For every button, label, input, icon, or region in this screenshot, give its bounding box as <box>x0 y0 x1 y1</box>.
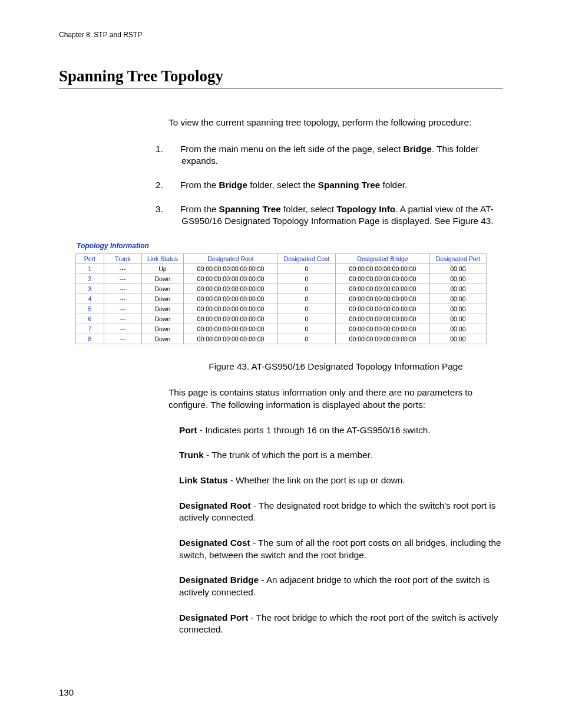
cell-port: 7 <box>76 324 104 334</box>
step-number: 2. <box>168 179 180 192</box>
cell-link: Down <box>141 304 184 314</box>
cell-trunk: --- <box>104 263 141 274</box>
step-2: 2.From the Bridge folder, select the Spa… <box>168 179 503 192</box>
cell-port: 2 <box>76 274 104 284</box>
step-number: 1. <box>168 143 180 156</box>
th-link: Link Status <box>141 253 184 263</box>
topology-table: Port Trunk Link Status Designated Root D… <box>75 253 487 344</box>
step-bold: Spanning Tree <box>219 204 280 214</box>
cell-port: 4 <box>76 294 104 304</box>
cell-cost: 0 <box>277 284 336 294</box>
desc-label: Designated Bridge <box>179 575 259 585</box>
table-row: 5 --- Down 00:00:00:00:00:00:00:00 0 00:… <box>76 304 487 314</box>
table-row: 6 --- Down 00:00:00:00:00:00:00:00 0 00:… <box>76 314 487 324</box>
step-1: 1.From the main menu on the left side of… <box>168 143 503 167</box>
cell-bridge: 00:00:00:00:00:00:00:00 <box>336 314 429 324</box>
cell-trunk: --- <box>104 274 141 284</box>
cell-cost: 0 <box>277 324 336 334</box>
desc-label: Designated Port <box>179 612 248 622</box>
cell-cost: 0 <box>277 263 336 274</box>
cell-root: 00:00:00:00:00:00:00:00 <box>184 334 277 344</box>
cell-dport: 00:00 <box>429 304 486 314</box>
cell-trunk: --- <box>104 334 141 344</box>
cell-trunk: --- <box>104 324 141 334</box>
desc-label: Trunk <box>179 450 204 460</box>
topology-figure: Topology Information Port Trunk Link Sta… <box>75 242 487 344</box>
cell-trunk: --- <box>104 294 141 304</box>
cell-root: 00:00:00:00:00:00:00:00 <box>184 324 277 334</box>
step-text: From the <box>180 180 219 190</box>
cell-link: Up <box>141 263 184 274</box>
cell-root: 00:00:00:00:00:00:00:00 <box>184 294 277 304</box>
desc-port: Port - Indicates ports 1 through 16 on t… <box>168 424 503 437</box>
desc-bridge: Designated Bridge - An adjacent bridge t… <box>168 574 503 598</box>
cell-trunk: --- <box>104 314 141 324</box>
intro-text: To view the current spanning tree topolo… <box>168 117 503 129</box>
cell-link: Down <box>141 274 184 284</box>
cell-dport: 00:00 <box>429 274 486 284</box>
page-number: 130 <box>59 687 74 697</box>
cell-bridge: 00:00:00:00:00:00:00:00 <box>336 294 429 304</box>
step-text: folder. <box>380 180 407 190</box>
table-row: 2 --- Down 00:00:00:00:00:00:00:00 0 00:… <box>76 274 487 284</box>
figure-caption: Figure 43. AT-GS950/16 Designated Topolo… <box>168 361 503 373</box>
step-text: folder, select the <box>247 180 318 190</box>
desc-link: Link Status - Whether the link on the po… <box>168 475 503 487</box>
desc-text: - Indicates ports 1 through 16 on the AT… <box>197 425 431 435</box>
th-root: Designated Root <box>184 253 277 263</box>
cell-bridge: 00:00:00:00:00:00:00:00 <box>336 274 429 284</box>
cell-root: 00:00:00:00:00:00:00:00 <box>184 284 277 294</box>
cell-root: 00:00:00:00:00:00:00:00 <box>184 304 277 314</box>
desc-intro: This page is contains status information… <box>168 387 503 411</box>
cell-root: 00:00:00:00:00:00:00:00 <box>184 263 277 274</box>
table-row: 3 --- Down 00:00:00:00:00:00:00:00 0 00:… <box>76 284 487 294</box>
th-cost: Designated Cost <box>277 253 336 263</box>
cell-bridge: 00:00:00:00:00:00:00:00 <box>336 263 429 274</box>
table-row: 7 --- Down 00:00:00:00:00:00:00:00 0 00:… <box>76 324 487 334</box>
table-header-row: Port Trunk Link Status Designated Root D… <box>76 253 487 263</box>
th-trunk: Trunk <box>104 253 141 263</box>
cell-link: Down <box>141 314 184 324</box>
table-row: 8 --- Down 00:00:00:00:00:00:00:00 0 00:… <box>76 334 487 344</box>
cell-bridge: 00:00:00:00:00:00:00:00 <box>336 334 429 344</box>
step-number: 3. <box>168 203 180 216</box>
table-row: 1 --- Up 00:00:00:00:00:00:00:00 0 00:00… <box>76 263 487 274</box>
step-bold: Spanning Tree <box>318 180 380 190</box>
desc-text: - Whether the link on the port is up or … <box>227 475 405 485</box>
step-text: From the <box>180 204 219 214</box>
cell-port: 1 <box>76 263 104 274</box>
step-text: folder, select <box>281 204 336 214</box>
step-bold: Topology Info <box>336 204 395 214</box>
cell-cost: 0 <box>277 334 336 344</box>
cell-link: Down <box>141 294 184 304</box>
desc-label: Designated Cost <box>179 538 250 548</box>
th-dport: Designated Port <box>429 253 486 263</box>
step-text: From the main menu on the left side of t… <box>180 144 403 154</box>
cell-bridge: 00:00:00:00:00:00:00:00 <box>336 304 429 314</box>
figure-title: Topology Information <box>75 242 487 250</box>
cell-port: 8 <box>76 334 104 344</box>
cell-cost: 0 <box>277 294 336 304</box>
cell-root: 00:00:00:00:00:00:00:00 <box>184 274 277 284</box>
desc-label: Port <box>179 425 197 435</box>
chapter-header: Chapter 8: STP and RSTP <box>59 31 503 39</box>
cell-trunk: --- <box>104 304 141 314</box>
cell-bridge: 00:00:00:00:00:00:00:00 <box>336 324 429 334</box>
cell-port: 3 <box>76 284 104 294</box>
cell-cost: 0 <box>277 314 336 324</box>
step-bold: Bridge <box>219 180 247 190</box>
cell-link: Down <box>141 334 184 344</box>
cell-dport: 00:00 <box>429 284 486 294</box>
cell-link: Down <box>141 284 184 294</box>
desc-cost: Designated Cost - The sum of all the roo… <box>168 537 503 561</box>
desc-trunk: Trunk - The trunk of which the port is a… <box>168 449 503 462</box>
step-bold: Bridge <box>403 144 431 154</box>
desc-text: - The trunk of which the port is a membe… <box>204 450 372 460</box>
th-bridge: Designated Bridge <box>336 253 429 263</box>
cell-bridge: 00:00:00:00:00:00:00:00 <box>336 284 429 294</box>
cell-trunk: --- <box>104 284 141 294</box>
cell-cost: 0 <box>277 274 336 284</box>
cell-dport: 00:00 <box>429 294 486 304</box>
cell-port: 5 <box>76 304 104 314</box>
desc-dport: Designated Port - The root bridge to whi… <box>168 612 503 636</box>
